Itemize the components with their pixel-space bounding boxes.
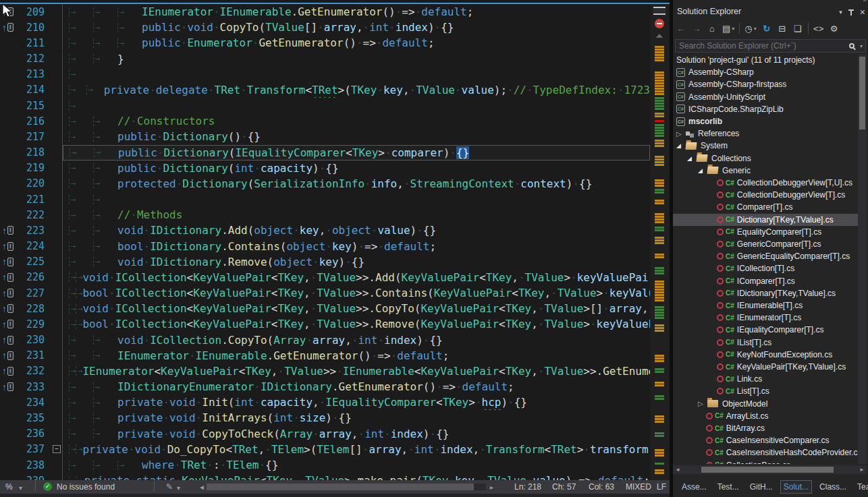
code-text[interactable]: →→public·Dictionary(IEqualityComparer<TK… — [63, 145, 650, 160]
gutter[interactable]: ↑I — [0, 285, 20, 301]
zoom-dropdown-caret-icon[interactable]: ▾ — [19, 484, 22, 492]
code-text[interactable]: →→→where·TRet·:·TElem·{} — [63, 457, 650, 473]
fold-margin[interactable] — [51, 223, 63, 238]
tree-item-keynotfoundexception-cs[interactable]: C#KeyNotFoundException.cs — [673, 349, 859, 361]
tree-item-icomparer-t-cs[interactable]: C#IComparer[T].cs — [673, 275, 859, 287]
collapse-all-icon[interactable]: ⊟ — [777, 22, 788, 34]
gutter[interactable]: ↑I — [0, 363, 20, 379]
code-editor[interactable]: ↑I209→→→IEnumerator·IEnumerable.GetEnume… — [0, 0, 670, 497]
panel-tab-tea[interactable]: Tea... — [854, 480, 868, 494]
tree-item-collectiondebuggerview-t-cs[interactable]: C#CollectionDebuggerView[T].cs — [673, 189, 859, 201]
code-line-223[interactable]: ↑I223→→void·IDictionary.Add(object·key,·… — [0, 223, 650, 238]
editor-vertical-scrollbar[interactable] — [650, 4, 670, 480]
gutter[interactable]: ↑I — [0, 254, 20, 270]
tree-item-genericcomparer-t-cs[interactable]: C#GenericComparer[T].cs — [673, 238, 859, 250]
gutter[interactable] — [0, 192, 20, 207]
implements-indicator-icon[interactable]: ↑I — [2, 23, 13, 32]
code-line-212[interactable]: 212→→} — [0, 51, 650, 67]
refresh-icon[interactable]: ↻ — [761, 22, 772, 34]
tree-item-equalitycomparer-t-cs[interactable]: C#EqualityComparer[T].cs — [673, 226, 859, 238]
properties-icon[interactable]: ⚙ — [829, 22, 840, 34]
code-rows[interactable]: ↑I209→→→IEnumerator·IEnumerable.GetEnume… — [0, 0, 650, 480]
gutter[interactable]: ↑I — [0, 316, 20, 332]
fold-margin[interactable] — [51, 316, 63, 332]
fold-margin[interactable] — [51, 301, 63, 316]
document-health-icon[interactable] — [655, 19, 664, 28]
implements-indicator-icon[interactable]: ↑I — [2, 304, 13, 314]
tree-item-mscorlib[interactable]: C#mscorlib — [673, 115, 859, 127]
tree-item-collectionbase-cs[interactable]: C#CollectionBase.cs — [673, 459, 859, 464]
forward-icon[interactable]: → — [691, 22, 702, 34]
tree-item-system[interactable]: ◢System — [673, 140, 859, 152]
code-line-219[interactable]: 219→→public·Dictionary(int·capacity)·{} — [0, 160, 650, 176]
fold-margin[interactable] — [51, 176, 63, 192]
fold-margin[interactable]: − — [51, 442, 63, 457]
gutter[interactable] — [0, 82, 20, 98]
gutter[interactable] — [0, 207, 20, 223]
search-input[interactable] — [676, 41, 849, 51]
code-line-231[interactable]: ↑I231→→IEnumerator·IEnumerable.GetEnumer… — [0, 348, 650, 363]
tree-item-solution-project-gui-11-of-11-projects-[interactable]: Solution 'project-gui' (11 of 11 project… — [673, 54, 859, 66]
gutter[interactable] — [0, 442, 20, 457]
panel-tab-asse[interactable]: Asse... — [678, 480, 710, 494]
code-text[interactable]: → — [63, 98, 650, 113]
code-line-217[interactable]: 217→→public·Dictionary()·{} — [0, 129, 650, 144]
panel-tab-gith[interactable]: GitH... — [747, 480, 776, 494]
gutter[interactable] — [0, 176, 20, 192]
fold-margin[interactable] — [51, 285, 63, 301]
panel-vscroll-thumb[interactable] — [859, 57, 865, 129]
implements-indicator-icon[interactable]: ↑I — [2, 289, 13, 298]
tree-item-assembly-csharp[interactable]: C#Assembly-CSharp — [673, 66, 859, 78]
fold-margin[interactable] — [51, 98, 63, 113]
code-line-220[interactable]: 220→→protected·Dictionary(SerializationI… — [0, 176, 650, 192]
collapse-region-icon[interactable]: − — [53, 445, 61, 453]
code-text[interactable]: →→bool·IDictionary.Contains(object·key)·… — [63, 239, 650, 254]
implements-indicator-icon[interactable]: ↑I — [2, 335, 13, 345]
fold-margin[interactable] — [51, 394, 63, 410]
tree-item-icsharpcode-sharpziplib[interactable]: C#ICSharpCode.SharpZipLib — [673, 103, 859, 115]
gutter[interactable]: ↑I — [0, 332, 20, 348]
tree-item-references[interactable]: ▷References — [673, 127, 859, 140]
tree-item-link-cs[interactable]: C#Link.cs — [673, 373, 859, 385]
window-position-caret-icon[interactable]: ▾ — [839, 9, 842, 16]
code-line-239[interactable]: 239→→private·static·KeyValuePair<TKey,·T… — [0, 473, 650, 480]
gutter[interactable]: ↑I — [0, 270, 20, 285]
preview-selected-icon[interactable]: ❏ — [792, 22, 803, 34]
code-text[interactable]: →→private·static·KeyValuePair<TKey,·TVal… — [63, 473, 650, 480]
chevron-collapsed-icon[interactable]: ▷ — [698, 400, 707, 407]
code-line-234[interactable]: 234→→private·void·Init(int·capacity,·IEq… — [0, 394, 650, 410]
code-text[interactable]: →→ — [63, 192, 650, 207]
implements-indicator-icon[interactable]: ↑I — [2, 366, 13, 376]
code-line-235[interactable]: 235→→private·void·InitArrays(int·size)·{… — [0, 410, 650, 426]
code-line-232[interactable]: ↑I232→→IEnumerator<KeyValuePair<TKey,·TV… — [0, 363, 650, 379]
panel-hscroll-right-icon[interactable]: ► — [859, 467, 865, 473]
chevron-expanded-icon[interactable]: ◢ — [698, 167, 707, 174]
code-text[interactable]: →→→IEnumerator·IEnumerable.GetEnumerator… — [63, 4, 650, 20]
code-line-211[interactable]: 211→→→public·Enumerator·GetEnumerator()·… — [0, 35, 650, 51]
tree-item-objectmodel[interactable]: ▷ObjectModel — [673, 398, 859, 410]
fold-margin[interactable] — [51, 270, 63, 285]
fold-margin[interactable] — [51, 192, 63, 207]
gutter[interactable] — [0, 145, 20, 160]
code-text[interactable]: →→void·ICollection<KeyValuePair<TKey,·TV… — [63, 301, 650, 316]
code-text[interactable]: →→bool·ICollection<KeyValuePair<TKey,·TV… — [63, 316, 650, 332]
code-text[interactable]: →→bool·ICollection<KeyValuePair<TKey,·TV… — [63, 285, 650, 301]
fold-margin[interactable] — [51, 379, 63, 394]
code-text[interactable]: →→void·ICollection.CopyTo(Array·array,·i… — [63, 332, 650, 348]
code-line-216[interactable]: 216→→//·Constructors — [0, 113, 650, 129]
code-line-210[interactable]: ↑I210→→→public·void·CopyTo(TValue[]·arra… — [0, 20, 650, 35]
tree-item-bitarray-cs[interactable]: C#BitArray.cs — [673, 422, 859, 434]
code-text[interactable]: →→private·void·CopyToCheck(Array·array,·… — [63, 426, 650, 442]
code-text[interactable]: →→//·Constructors — [63, 113, 650, 129]
gutter[interactable] — [0, 129, 20, 144]
gutter[interactable] — [0, 160, 20, 176]
fold-margin[interactable] — [51, 35, 63, 51]
line-ending-mixed-indicator[interactable]: MIXED — [626, 482, 651, 492]
fold-margin[interactable] — [51, 4, 63, 20]
code-line-233[interactable]: ↑I233→→IDictionaryEnumerator·IDictionary… — [0, 379, 650, 394]
tree-item-assembly-unityscript[interactable]: C#Assembly-UnityScript — [673, 91, 859, 103]
implements-indicator-icon[interactable]: ↑I — [2, 226, 13, 235]
gutter[interactable] — [0, 410, 20, 426]
code-line-229[interactable]: ↑I229→→bool·ICollection<KeyValuePair<TKe… — [0, 316, 650, 332]
code-text[interactable]: →→void·ICollection<KeyValuePair<TKey,·TV… — [63, 270, 650, 285]
